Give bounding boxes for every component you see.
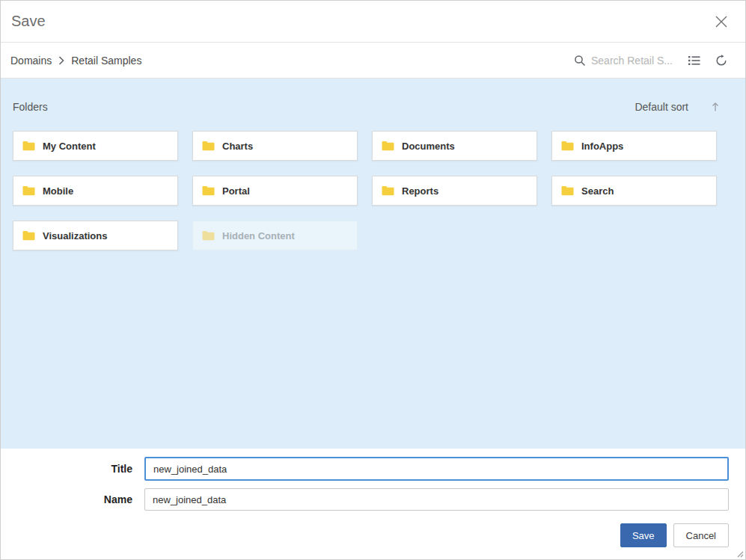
folder-label: Charts [222,141,253,152]
title-row: Title [1,457,729,481]
sort-label: Default sort [635,101,688,113]
folder-label: Search [581,185,614,197]
folder-label: Documents [402,141,455,152]
search-input[interactable] [591,55,675,67]
folders-panel: Folders Default sort My ContentChartsDoc… [1,79,745,449]
folders-section-label: Folders [13,101,48,113]
title-label: Title [1,463,144,475]
folder-card[interactable]: My Content [13,131,178,161]
folder-card[interactable]: Portal [192,176,358,206]
folder-icon [202,141,215,151]
dialog-header: Save [1,1,745,43]
folder-icon [22,230,35,241]
search-box [574,55,675,67]
folder-label: Visualizations [43,230,107,241]
sort-control[interactable]: Default sort [635,101,720,113]
breadcrumb-item-retail-samples[interactable]: Retail Samples [71,55,141,67]
folder-label: Mobile [43,185,73,197]
dialog-title: Save [11,13,46,30]
folder-label: Hidden Content [222,230,295,241]
folder-icon [561,141,574,151]
folder-label: InfoApps [581,141,623,152]
save-button[interactable]: Save [620,523,667,547]
folder-card[interactable]: Charts [192,131,358,161]
folder-card[interactable]: Reports [372,176,537,206]
folder-label: Portal [222,185,250,197]
folder-card[interactable]: InfoApps [551,131,717,161]
folder-card[interactable]: Visualizations [13,221,178,250]
breadcrumb-item-domains[interactable]: Domains [10,55,52,67]
folders-panel-header: Folders Default sort [1,79,745,131]
breadcrumb-toolbar [574,53,729,68]
save-form: Title Name Save Cancel [1,449,745,559]
title-input[interactable] [144,457,729,481]
name-row: Name [1,488,729,511]
dialog-actions: Save Cancel [1,523,729,547]
search-icon [574,55,586,67]
name-input[interactable] [144,488,729,511]
folder-icon [382,141,394,151]
folder-icon [202,230,215,241]
breadcrumb-bar: Domains Retail Samples [1,43,745,79]
folder-card[interactable]: Mobile [13,176,178,206]
folder-label: Reports [402,185,438,197]
close-icon[interactable] [715,15,728,28]
folder-icon [561,185,574,196]
folder-card: Hidden Content [192,221,358,250]
folder-icon [382,185,394,196]
folder-label: My Content [43,141,96,152]
refresh-icon[interactable] [714,53,729,68]
save-dialog: Save Domains Retail Samples [0,0,746,560]
sort-ascending-icon [711,102,720,112]
folders-grid: My ContentChartsDocumentsInfoAppsMobileP… [1,131,745,250]
resize-grip-icon[interactable] [735,549,744,558]
folder-icon [22,185,35,196]
chevron-right-icon [58,56,64,65]
name-label: Name [1,493,144,505]
folder-icon [202,185,215,196]
cancel-button[interactable]: Cancel [673,523,729,547]
folder-icon [22,141,35,151]
breadcrumb: Domains Retail Samples [10,55,141,67]
folder-card[interactable]: Search [551,176,717,206]
list-view-icon[interactable] [687,54,702,67]
folder-card[interactable]: Documents [372,131,537,161]
